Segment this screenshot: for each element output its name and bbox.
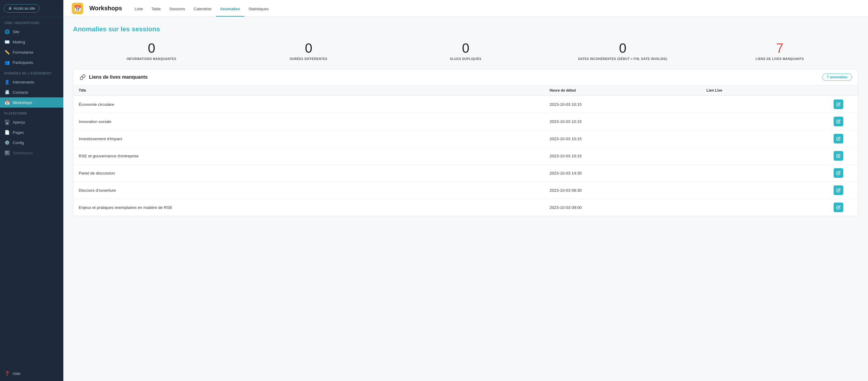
sidebar-item-workshops[interactable]: 📅 Workshops xyxy=(0,97,63,107)
sidebar-item-intervenants[interactable]: 👤 Intervenants xyxy=(0,77,63,87)
sidebar: 🖥 Accès au site CRM / INSCRIPTIONS 🌐 Sit… xyxy=(0,0,63,381)
sidebar-item-site[interactable]: 🌐 Site xyxy=(0,27,63,37)
tab-sessions[interactable]: Sessions xyxy=(165,1,189,17)
sidebar-label-site: Site xyxy=(13,30,19,34)
edit-button[interactable] xyxy=(834,185,843,195)
edit-button[interactable] xyxy=(834,168,843,178)
app-icon: 📅 xyxy=(72,3,83,14)
sidebar-item-participants[interactable]: 👥 Participants xyxy=(0,57,63,67)
stat-dates-label: DATES INCOHÉRENTES (DÉBUT > FIN, DATE IN… xyxy=(549,57,696,61)
sidebar-label-formulaires: Formulaires xyxy=(13,50,33,55)
cell-action xyxy=(819,96,858,113)
edit-button[interactable] xyxy=(834,134,843,144)
cell-lien xyxy=(701,182,819,199)
top-nav: Liste Table Sessions Calendrier Anomalie… xyxy=(131,0,273,17)
tab-table[interactable]: Table xyxy=(147,1,165,17)
cell-title: RSE et gouvernance d'entreprise xyxy=(73,148,544,165)
sidebar-section-donnees: DONNÉES DE L'ÉVÉNEMENT 👤 Intervenants 📇 … xyxy=(0,67,63,107)
table-header-row: Title Heure de début Lien Live xyxy=(73,85,858,96)
cell-lien xyxy=(701,148,819,165)
table-row: Discours d'ouverture 2023-10-03 08:30 xyxy=(73,182,858,199)
cell-heure: 2023-10-03 10:15 xyxy=(544,113,701,130)
sidebar-item-apercu[interactable]: 🖥️ Aperçu xyxy=(0,117,63,127)
acces-au-site-button[interactable]: 🖥 Accès au site xyxy=(4,4,39,13)
sidebar-item-pages[interactable]: 📄 Pages xyxy=(0,127,63,137)
sidebar-label-workshops: Workshops xyxy=(13,100,32,105)
crm-section-label: CRM / INSCRIPTIONS xyxy=(0,17,63,27)
table-row: Économie circulaire 2023-10-03 10:15 xyxy=(73,96,858,113)
edit-button[interactable] xyxy=(834,117,843,126)
sidebar-label-mailing: Mailing xyxy=(13,40,25,44)
panel-header: Liens de lives manquants 7 anomalies xyxy=(73,69,858,85)
col-header-title: Title xyxy=(73,85,544,96)
stats-row: 0 INFORMATIONS MANQUANTES 0 DURÉES DIFFÉ… xyxy=(73,41,858,61)
sidebar-item-formulaires[interactable]: ✏️ Formulaires xyxy=(0,47,63,57)
mail-icon: ✉️ xyxy=(4,39,10,44)
sidebar-top: 🖥 Accès au site xyxy=(0,0,63,17)
page-icon: 📄 xyxy=(4,130,10,135)
table-row: Innovation sociale 2023-10-03 10:15 xyxy=(73,113,858,130)
sidebar-label-statistiques: Statistiques xyxy=(13,151,33,155)
cell-title: Enjeux et pratiques exemplaires en matiè… xyxy=(73,199,544,216)
sidebar-section-crm: CRM / INSCRIPTIONS 🌐 Site ✉️ Mailing ✏️ … xyxy=(0,17,63,67)
sidebar-item-mailing[interactable]: ✉️ Mailing xyxy=(0,37,63,47)
stat-info-label: INFORMATIONS MANQUANTES xyxy=(78,57,225,61)
cell-action xyxy=(819,130,858,148)
sidebar-item-config[interactable]: ⚙️ Config xyxy=(0,137,63,148)
tab-calendrier[interactable]: Calendrier xyxy=(189,1,216,17)
table-row: Enjeux et pratiques exemplaires en matiè… xyxy=(73,199,858,216)
cell-heure: 2023-10-03 08:30 xyxy=(544,182,701,199)
calendar-icon: 📅 xyxy=(4,100,10,105)
cell-action xyxy=(819,199,858,216)
sidebar-label-pages: Pages xyxy=(13,130,24,135)
stat-slugs-dupl: 0 SLUGS DUPLIQUÉS xyxy=(387,41,545,61)
edit-button[interactable] xyxy=(834,151,843,161)
cell-lien xyxy=(701,199,819,216)
page-title: Anomalies sur les sessions xyxy=(73,25,858,33)
person-icon: 👤 xyxy=(4,80,10,85)
cell-lien xyxy=(701,96,819,113)
cell-action xyxy=(819,148,858,165)
tab-anomalies[interactable]: Anomalies xyxy=(216,1,244,17)
sidebar-item-statistiques[interactable]: 📊 Statistiques xyxy=(0,148,63,158)
contacts-icon: 📇 xyxy=(4,90,10,95)
tab-liste[interactable]: Liste xyxy=(131,1,147,17)
cell-lien xyxy=(701,130,819,148)
sidebar-label-config: Config xyxy=(13,140,24,145)
link-icon xyxy=(79,74,86,81)
col-header-heure: Heure de début xyxy=(544,85,701,96)
topbar: 📅 Workshops Liste Table Sessions Calendr… xyxy=(63,0,868,17)
edit-button[interactable] xyxy=(834,202,843,212)
gear-icon: ⚙️ xyxy=(4,140,10,145)
sidebar-section-plateforme: PLATEFORME 🖥️ Aperçu 📄 Pages ⚙️ Config 📊… xyxy=(0,107,63,158)
stat-info-value: 0 xyxy=(78,41,225,55)
topbar-title: Workshops xyxy=(89,5,122,12)
globe-icon: 🌐 xyxy=(4,29,10,34)
cell-action xyxy=(819,165,858,182)
cell-heure: 2023-10-03 10:15 xyxy=(544,96,701,113)
col-header-action xyxy=(819,85,858,96)
stat-slugs-value: 0 xyxy=(392,41,539,55)
stat-durees-diff: 0 DURÉES DIFFÉRENTES xyxy=(230,41,387,61)
sidebar-label-apercu: Aperçu xyxy=(13,120,25,125)
cell-heure: 2023-10-03 09:00 xyxy=(544,199,701,216)
sidebar-item-aide[interactable]: ❓ Aide xyxy=(0,368,63,379)
table-row: Panel de discussion 2023-10-03 14:30 xyxy=(73,165,858,182)
main-content: 📅 Workshops Liste Table Sessions Calendr… xyxy=(63,0,868,381)
anomalies-table: Title Heure de début Lien Live Économie … xyxy=(73,85,858,216)
cell-action xyxy=(819,113,858,130)
users-icon: 👥 xyxy=(4,60,10,65)
edit-button[interactable] xyxy=(834,99,843,109)
cell-title: Innovation sociale xyxy=(73,113,544,130)
table-row: RSE et gouvernance d'entreprise 2023-10-… xyxy=(73,148,858,165)
sidebar-label-intervenants: Intervenants xyxy=(13,80,34,85)
edit-icon: ✏️ xyxy=(4,50,10,55)
stat-liens-value: 7 xyxy=(706,41,854,55)
tab-statistiques[interactable]: Statistiques xyxy=(244,1,273,17)
cell-title: Panel de discussion xyxy=(73,165,544,182)
anomalies-badge[interactable]: 7 anomalies xyxy=(822,73,852,81)
sidebar-label-participants: Participants xyxy=(13,60,33,65)
cell-heure: 2023-10-03 14:30 xyxy=(544,165,701,182)
sidebar-item-contacts[interactable]: 📇 Contacts xyxy=(0,87,63,97)
table-row: Investissement d'impact 2023-10-03 10:15 xyxy=(73,130,858,148)
